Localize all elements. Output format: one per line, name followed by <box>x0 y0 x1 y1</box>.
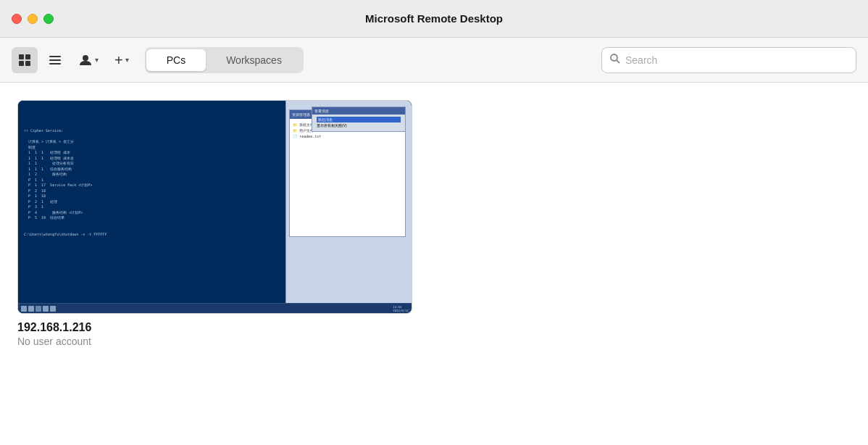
account-icon <box>78 53 93 67</box>
pc-info: 192.168.1.216 No user account <box>17 321 412 347</box>
window-title: Microsoft Remote Desktop <box>365 12 503 25</box>
list-view-button[interactable] <box>42 47 68 73</box>
svg-rect-0 <box>19 54 24 59</box>
rd-terminal-area: 查看消息 新品消息 显示所有相关图(V) ↑↑ Cipher Service: … <box>18 101 285 313</box>
account-chevron-icon: ▾ <box>95 56 99 64</box>
svg-rect-6 <box>49 63 61 65</box>
close-button[interactable] <box>12 14 22 24</box>
svg-rect-1 <box>25 54 30 59</box>
rd-file-item-3: 📄 readme.txt <box>293 133 402 139</box>
main-content: 查看消息 新品消息 显示所有相关图(V) ↑↑ Cipher Service: … <box>0 83 868 445</box>
svg-point-7 <box>83 55 88 61</box>
toolbar: ▾ + ▾ PCs Workspaces <box>0 38 868 83</box>
pc-grid: 查看消息 新品消息 显示所有相关图(V) ↑↑ Cipher Service: … <box>17 100 851 347</box>
title-bar: Microsoft Remote Desktop <box>0 0 868 38</box>
pc-card[interactable]: 查看消息 新品消息 显示所有相关图(V) ↑↑ Cipher Service: … <box>17 100 412 347</box>
svg-rect-2 <box>19 61 24 66</box>
account-button[interactable]: ▾ <box>72 47 104 73</box>
search-icon <box>609 53 621 67</box>
plus-icon: + <box>114 53 123 67</box>
rd-status-time: 15:542022/8/12 <box>393 305 409 312</box>
svg-point-8 <box>611 54 617 61</box>
rd-tray-icon-2 <box>28 306 34 312</box>
rd-terminal-text: ↑↑ Cipher Service: 计算机 > 计算机 > 金汇分 制度 1 … <box>24 128 280 237</box>
minimize-button[interactable] <box>28 14 38 24</box>
traffic-lights <box>12 14 54 24</box>
svg-rect-3 <box>25 61 30 66</box>
rd-tray-icon-5 <box>50 306 56 312</box>
rd-tray-icon-1 <box>21 306 27 312</box>
pc-name: 192.168.1.216 <box>17 321 412 334</box>
rd-tray-icon-4 <box>43 306 49 312</box>
search-input[interactable] <box>625 54 848 66</box>
svg-rect-4 <box>49 56 61 57</box>
tab-workspaces[interactable]: Workspaces <box>206 49 302 71</box>
grid-icon <box>17 53 32 67</box>
tab-group: PCs Workspaces <box>145 47 304 73</box>
add-button[interactable]: + ▾ <box>109 47 135 73</box>
search-container <box>601 47 856 73</box>
rd-screen: 查看消息 新品消息 显示所有相关图(V) ↑↑ Cipher Service: … <box>18 101 412 313</box>
rd-bottom-status: 15:542022/8/12 <box>18 303 412 313</box>
maximize-button[interactable] <box>43 14 54 24</box>
grid-view-button[interactable] <box>12 47 38 73</box>
svg-line-9 <box>617 60 619 63</box>
list-icon <box>48 53 62 67</box>
rd-inner-title: 资源管理器 <box>292 112 310 117</box>
pc-user: No user account <box>17 336 412 347</box>
tab-pcs[interactable]: PCs <box>146 49 206 71</box>
svg-rect-5 <box>49 59 61 61</box>
rd-right-panel: 资源管理器 📁 系统文件 📁 用户文件 📄 readme <box>285 101 412 313</box>
add-chevron-icon: ▾ <box>125 56 129 64</box>
pc-thumbnail: 查看消息 新品消息 显示所有相关图(V) ↑↑ Cipher Service: … <box>17 100 412 314</box>
rd-tray-icon-3 <box>36 306 41 312</box>
rd-taskbar-icons <box>21 306 56 312</box>
